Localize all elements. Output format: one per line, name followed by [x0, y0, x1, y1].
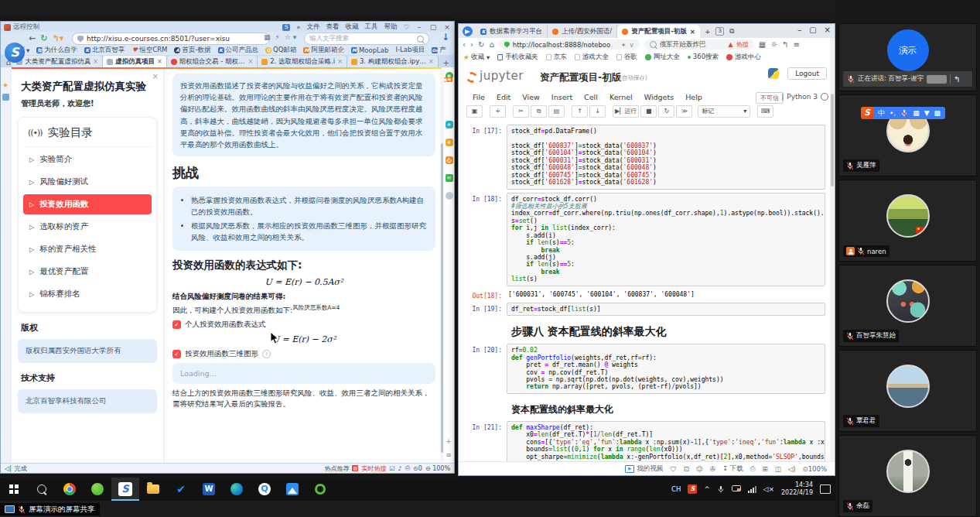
download-icon[interactable]: ↓ — [442, 32, 449, 43]
cell-input[interactable]: df_corr=stock_df.corr() #筛选相关性最小的5支股票 in… — [507, 193, 825, 286]
tray-mic-icon[interactable] — [717, 485, 725, 494]
tab-close-icon[interactable]: × — [157, 58, 162, 65]
trust-indicator[interactable]: 不可信 — [756, 92, 784, 104]
menu-insert[interactable]: Insert — [551, 93, 572, 101]
taskbar-search-button[interactable] — [28, 478, 56, 501]
taskbar-clock[interactable]: 14:342022/4/19 — [781, 481, 813, 497]
restart-kernel-button[interactable]: ↻ — [658, 105, 674, 118]
tab-count-badge[interactable]: 3 — [715, 27, 723, 36]
bookmark-item[interactable]: 手机收藏夹 — [497, 53, 538, 62]
word-icon[interactable]: W — [195, 478, 223, 501]
menu-widgets[interactable]: Widgets — [644, 93, 674, 101]
zoom-level[interactable]: ⊙100% — [803, 465, 827, 473]
sidebar-item-实验简介[interactable]: ▷实验简介 — [23, 149, 152, 169]
print-icon[interactable]: ⎙ — [750, 464, 756, 473]
menu-item[interactable]: 查看 — [326, 22, 339, 32]
todo-check-icon[interactable]: ✔ — [167, 478, 195, 501]
tab-close-icon[interactable]: × — [337, 58, 343, 65]
tab-close-icon[interactable]: × — [248, 58, 254, 65]
settings-gear-icon[interactable]: ☼ — [770, 40, 777, 49]
cloud-drive-icon[interactable] — [278, 478, 306, 501]
search-placeholder[interactable]: 输入文字搜索 — [309, 34, 413, 43]
bookmark-item[interactable]: On产 — [432, 46, 446, 55]
cell-input[interactable]: stock_df=pd.DataFrame() stock_df['600837… — [507, 125, 825, 190]
menu-kernel[interactable]: Kernel — [610, 93, 633, 101]
copy-cell-button[interactable]: ⧉ — [531, 105, 547, 118]
move-up-button[interactable]: ↑ — [572, 105, 588, 118]
emoji-icon[interactable]: ☺ — [696, 465, 703, 473]
cell-input[interactable]: def maxSharpe(df_ret): x0=len(df_ret.T)*… — [507, 421, 825, 462]
menu-view[interactable]: View — [522, 93, 540, 101]
history-icon[interactable] — [446, 192, 453, 200]
participant-tile[interactable]: 余磊 — [838, 435, 977, 517]
close-button[interactable]: × — [443, 23, 451, 31]
tab-close-icon[interactable]: × — [429, 58, 434, 65]
checkbox-personal-utility[interactable]: ✓ 个人投资效用函数表达式 — [172, 320, 435, 330]
notification-center-icon[interactable] — [820, 484, 831, 494]
scrollbar-thumb[interactable] — [831, 94, 834, 187]
tab-close-icon[interactable]: × — [690, 28, 695, 36]
favorites-star-icon[interactable]: ★ — [2, 81, 9, 89]
code-cell[interactable]: In [19]:df_ret=stock_df[list(s)] — [459, 303, 825, 316]
mail-icon[interactable]: ✉ — [446, 174, 453, 182]
site-safety-icon[interactable] — [77, 36, 84, 43]
pip-icon[interactable]: ⧉ — [729, 27, 734, 36]
browser-tab[interactable]: 3. 构建期权组合.ipynb× — [347, 56, 439, 67]
check-icon[interactable]: ☑ — [389, 465, 394, 472]
move-down-button[interactable]: ↓ — [589, 105, 606, 118]
bookmark-item[interactable]: 京东 — [546, 53, 567, 62]
code-cell[interactable]: In [21]:def maxSharpe(df_ret): x0=len(df… — [459, 421, 825, 462]
presenter-tile[interactable]: 演示 正在讲话: 百智享-谢宇 ↰ — [838, 23, 977, 91]
account-icon[interactable]: e账号 — [446, 72, 453, 80]
bookmark-item[interactable]: K北京百智享 — [84, 46, 125, 55]
search-box[interactable]: 输入文字搜索 — [304, 33, 429, 45]
new-tab-button[interactable]: + — [705, 28, 711, 36]
browser-tab[interactable]: K数据素养学习平台 — [476, 25, 548, 38]
back-button[interactable]: ← — [29, 33, 36, 43]
360-browser-icon[interactable] — [84, 478, 111, 501]
screenshot-icon[interactable] — [2, 94, 9, 101]
bookmark-item[interactable]: 谷歌 — [616, 53, 637, 62]
media-icon[interactable]: ◁| — [5, 465, 12, 472]
chrome-icon[interactable] — [56, 478, 84, 501]
home-icon[interactable]: ⌂ — [489, 40, 493, 49]
bookmark-item[interactable]: QQQ邮箱 — [265, 46, 296, 55]
menu-item[interactable]: 收藏 — [345, 22, 358, 32]
download-button[interactable]: ↧ 下载 — [722, 464, 743, 474]
capture-icon[interactable]: ⊞ — [763, 465, 768, 473]
language-indicator[interactable]: CH — [671, 485, 681, 493]
realtime-hot-label[interactable]: 实时热搜 — [361, 464, 386, 473]
sidebar-item-投资效用函数[interactable]: ▷投资效用函数 — [23, 194, 152, 214]
flash-icon[interactable]: ⚡ — [275, 33, 280, 41]
sogou-ime-logo[interactable]: S — [861, 107, 873, 119]
sidebar-item-风险偏好测试[interactable]: ▷风险偏好测试 — [23, 172, 152, 192]
refresh-button[interactable]: ↻ — [40, 33, 47, 43]
notebook-scrollbar[interactable] — [830, 38, 835, 462]
notebook-area[interactable]: In [17]:stock_df=pd.DataFrame() stock_df… — [459, 118, 830, 462]
address-bar[interactable]: http://xisu.e-courses.cn:8501/?user=xisu — [72, 33, 270, 45]
code-cell[interactable]: In [20]:rf=0.02 def genPortfolio(weights… — [459, 344, 825, 394]
split-screen-icon[interactable]: ◫ — [775, 465, 781, 473]
cut-cell-button[interactable]: ✂ — [513, 105, 529, 118]
bookmark-icon[interactable]: ✦ — [620, 41, 626, 49]
search-icon[interactable] — [417, 36, 424, 43]
bookmark-item[interactable]: A首页-数据 — [174, 46, 210, 55]
ime-chinese-mode[interactable]: 中 — [878, 108, 885, 118]
chevron-right-icon[interactable]: » — [296, 23, 300, 31]
checkbox-3d-plot[interactable]: ✓ 投资效用函数三维图形 ? — [172, 349, 435, 359]
code-cell[interactable]: In [18]:df_corr=stock_df.corr() #筛选相关性最小… — [459, 193, 825, 286]
tray-network-icon[interactable] — [748, 486, 756, 493]
ime-toolbox-icon[interactable]: ▩ — [934, 109, 941, 117]
ime-keyboard-icon[interactable]: ▦ — [913, 109, 920, 117]
menu-item[interactable]: 帮助 — [384, 22, 397, 32]
minimize-button[interactable]: – — [797, 26, 801, 34]
browser-tab[interactable]: 资产配置项目-初版× — [617, 25, 700, 38]
scrollbar-thumb[interactable] — [441, 143, 443, 453]
plus-icon[interactable]: + — [446, 437, 452, 445]
participant-tile[interactable]: 覃君君 — [838, 350, 977, 432]
favorites-icon[interactable]: ★ — [446, 139, 453, 146]
minimize-button[interactable]: – — [415, 23, 423, 31]
sound-icon[interactable]: ♪ — [398, 465, 402, 472]
stop-button[interactable]: ■ — [640, 105, 657, 118]
refresh-icon[interactable]: ↻ — [478, 40, 484, 49]
